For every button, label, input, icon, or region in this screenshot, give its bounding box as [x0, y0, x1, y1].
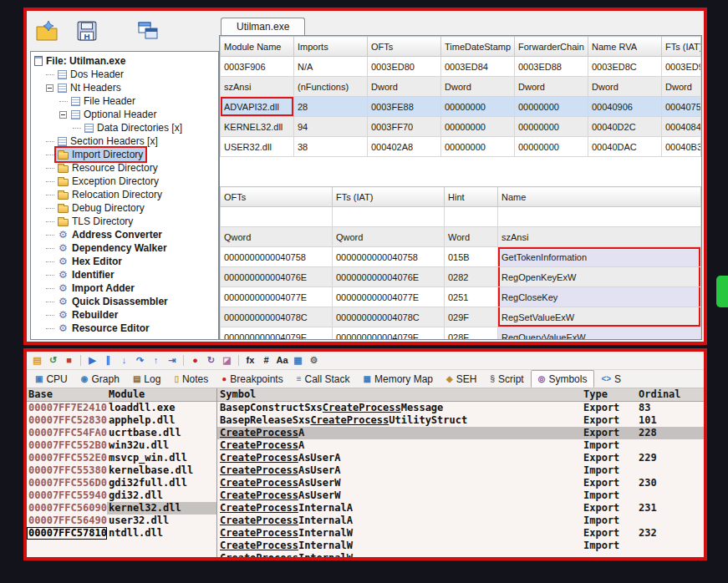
- table-row[interactable]: 000000000004076E000000000004076E0282RegO…: [221, 267, 701, 287]
- tree-item-identifier[interactable]: ⚙Identifier: [31, 268, 218, 281]
- table-cell[interactable]: USER32.dll: [221, 137, 294, 157]
- settings-icon[interactable]: ⚙: [307, 353, 321, 368]
- table-cell[interactable]: 28: [294, 97, 368, 117]
- table-cell[interactable]: 00000000: [441, 117, 515, 137]
- restart-icon[interactable]: ↺: [46, 353, 60, 368]
- table-cell[interactable]: 00040906: [588, 97, 662, 117]
- column-header[interactable]: ForwarderChain: [515, 37, 588, 57]
- module-row-kernelbase-dll[interactable]: 00007FFC55380kernelbase.dll: [27, 464, 216, 477]
- table-cell[interactable]: 0003FF70: [368, 117, 441, 137]
- tree-item-debug-directory[interactable]: Debug Directory: [31, 201, 218, 215]
- fx-icon[interactable]: fx: [243, 353, 257, 368]
- table-cell[interactable]: 0003ED80: [368, 57, 441, 77]
- tree-item-dependency-walker[interactable]: ⚙Dependency Walker: [31, 241, 218, 255]
- module-row-gdi32full-dll[interactable]: 00007FFC556D0gdi32full.dll: [27, 477, 216, 489]
- tree-item-relocation-directory[interactable]: Relocation Directory: [31, 188, 218, 201]
- column-header[interactable]: OFTs: [368, 37, 441, 57]
- tree-item-resource-directory[interactable]: Resource Directory: [31, 161, 218, 175]
- tree-item-rebuilder[interactable]: ⚙Rebuilder: [31, 308, 218, 322]
- table-cell[interactable]: Dword: [662, 77, 701, 97]
- table-row[interactable]: 00000000000407580000000000040758015BGetT…: [221, 247, 701, 267]
- table-cell[interactable]: 000000000004079E: [333, 327, 445, 341]
- tab-breakpoints[interactable]: ●Breakpoints: [215, 370, 289, 388]
- column-header[interactable]: OFTs: [221, 187, 333, 207]
- table-cell[interactable]: 00000000: [515, 137, 588, 157]
- table-cell[interactable]: szAnsi: [221, 77, 294, 97]
- symbol-row[interactable]: CreateProcessInternalWImport: [217, 540, 704, 552]
- open-file-icon[interactable]: ▤: [30, 353, 44, 368]
- table-cell[interactable]: 000000000004078C: [333, 307, 445, 327]
- table-cell[interactable]: ADVAPI32.dll: [221, 97, 294, 117]
- symbol-row[interactable]: CreateProcessInternalWExport232: [217, 527, 704, 540]
- tree-expander-icon[interactable]: [46, 84, 53, 92]
- column-header[interactable]: FTs (IAT): [662, 37, 701, 57]
- symbol-row[interactable]: BasepReleaseSxsCreateProcessUtilityStruc…: [217, 414, 704, 427]
- wizard-icon[interactable]: [35, 20, 59, 42]
- table-row[interactable]: USER32.dll38000402A800000000000000000004…: [221, 137, 701, 157]
- table-cell[interactable]: RegCloseKey: [498, 287, 701, 307]
- symbol-row[interactable]: CreateProcessInternalAExport231: [217, 502, 704, 515]
- module-row-apphelp-dll[interactable]: 00007FFC52830apphelp.dll: [27, 414, 216, 427]
- table-row[interactable]: 000000000004078C000000000004078C029FRegS…: [221, 307, 701, 327]
- stop-icon[interactable]: ■: [62, 353, 76, 368]
- step-out-icon[interactable]: ↑: [149, 353, 163, 368]
- symbol-row[interactable]: BasepConstructSxsCreateProcessMessageExp…: [217, 402, 704, 414]
- column-header[interactable]: FTs (IAT): [333, 187, 445, 207]
- table-cell[interactable]: 38: [294, 137, 368, 157]
- tree-item-file-header[interactable]: File Header: [31, 94, 218, 108]
- table-cell[interactable]: 00000000: [515, 97, 588, 117]
- run-to-user-code-icon[interactable]: ⇥: [165, 353, 179, 368]
- symbol-row[interactable]: CreateProcessAsUserAExport229: [217, 452, 704, 464]
- column-header[interactable]: TimeDateStamp: [441, 37, 515, 57]
- symbol-row[interactable]: CreateProcessAsUserAImport: [217, 464, 704, 477]
- symbols-header-type[interactable]: Type: [583, 388, 639, 401]
- image-icon[interactable]: ▦: [291, 353, 305, 368]
- table-cell[interactable]: 000402A8: [368, 137, 441, 157]
- tab-memory-map[interactable]: ▦Memory Map: [357, 370, 440, 388]
- module-row-win32u-dll[interactable]: 00007FFC552B0win32u.dll: [27, 439, 216, 452]
- table-cell[interactable]: 028F: [445, 327, 498, 341]
- table-cell[interactable]: Qword: [333, 227, 445, 247]
- font-icon[interactable]: Aa: [275, 353, 289, 368]
- table-cell[interactable]: (nFunctions): [294, 77, 368, 97]
- table-cell[interactable]: RegOpenKeyExW: [498, 267, 701, 287]
- table-cell[interactable]: [333, 207, 445, 227]
- table-row[interactable]: KERNEL32.dll940003FF70000000000000000000…: [221, 117, 701, 137]
- tree-item-resource-editor[interactable]: ⚙Resource Editor: [31, 322, 218, 335]
- table-cell[interactable]: 0003ED90: [662, 57, 701, 77]
- table-cell[interactable]: [445, 207, 498, 227]
- tree-item-section-headers-x[interactable]: Section Headers [x]: [31, 134, 218, 148]
- table-cell[interactable]: 000000000004078C: [221, 307, 333, 327]
- column-header[interactable]: Name: [498, 187, 701, 207]
- table-cell[interactable]: 00040758: [662, 97, 701, 117]
- table-cell[interactable]: 0003ED84: [441, 57, 515, 77]
- tab-log[interactable]: ▤Log: [126, 370, 167, 388]
- tree-item-hex-editor[interactable]: ⚙Hex Editor: [31, 255, 218, 268]
- table-cell[interactable]: 00040D2C: [588, 117, 662, 137]
- tree-item-import-directory[interactable]: Import Directory: [31, 148, 218, 161]
- table-row[interactable]: 0003F906N/A0003ED800003ED840003ED880003E…: [221, 57, 701, 77]
- tab-utilman-exe[interactable]: Utilman.exe: [221, 18, 305, 35]
- table-row[interactable]: 000000000004077E000000000004077E0251RegC…: [221, 287, 701, 307]
- tab-cpu[interactable]: ▣CPU: [28, 370, 74, 388]
- table-cell[interactable]: 0000000000040758: [221, 247, 333, 267]
- tree-item-data-directories-x[interactable]: Data Directories [x]: [31, 121, 218, 134]
- tree-item-optional-header[interactable]: Optional Header: [31, 108, 218, 121]
- tree-item-nt-headers[interactable]: Nt Headers: [31, 81, 218, 94]
- tree-item-file-utilman-exe[interactable]: File: Utilman.exe: [31, 54, 218, 68]
- step-into-icon[interactable]: ↓: [117, 353, 131, 368]
- table-cell[interactable]: 0282: [445, 267, 498, 287]
- symbol-row[interactable]: CreateProcessInternalAImport: [217, 515, 704, 527]
- module-row-gdi32-dll[interactable]: 00007FFC55940gdi32.dll: [27, 489, 216, 502]
- module-row-loaddll-exe[interactable]: 00007FF7E2410loaddll.exe: [27, 402, 216, 414]
- table-cell[interactable]: 00040B38: [662, 137, 701, 157]
- symbol-row[interactable]: CreateProcessAsUserWExport230: [217, 477, 704, 489]
- tree-expander-icon[interactable]: [59, 111, 67, 119]
- column-header[interactable]: Name RVA: [588, 37, 662, 57]
- symbol-row[interactable]: CreateProcessAExport228: [217, 427, 704, 439]
- table-cell[interactable]: 029F: [445, 307, 498, 327]
- tree-item-exception-directory[interactable]: Exception Directory: [31, 175, 218, 188]
- table-row[interactable]: szAnsi(nFunctions)DwordDwordDwordDwordDw…: [221, 77, 701, 97]
- column-header[interactable]: Imports: [294, 37, 368, 57]
- table-cell[interactable]: 0003ED8C: [588, 57, 662, 77]
